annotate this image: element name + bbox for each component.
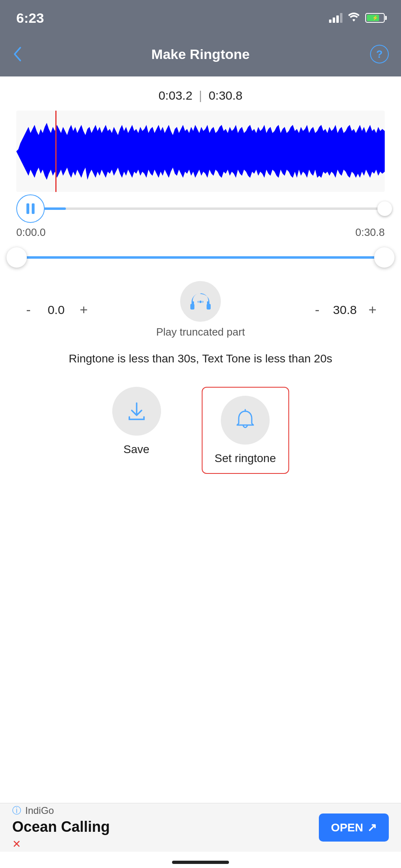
battery-icon: ⚡ <box>365 13 385 23</box>
info-text: Ringtone is less than 30s, Text Tone is … <box>16 351 385 366</box>
play-truncated-label: Play truncated part <box>156 326 245 338</box>
current-time: 0:03.2 <box>159 89 192 103</box>
save-action[interactable]: Save <box>112 387 161 474</box>
open-label: OPEN <box>331 821 363 834</box>
play-truncated-button[interactable] <box>180 281 221 322</box>
range-thumb-right[interactable] <box>374 247 394 268</box>
open-arrow: ↗ <box>367 821 377 834</box>
ad-brand: IndiGo <box>25 805 54 816</box>
left-minus-button[interactable]: - <box>20 302 37 318</box>
svg-point-2 <box>199 301 202 303</box>
play-pause-button[interactable] <box>16 194 45 223</box>
time-labels: 0:00.0 0:30.8 <box>16 226 385 239</box>
total-time: 0:30.8 <box>209 89 242 103</box>
save-icon-circle <box>112 387 161 436</box>
progress-track[interactable] <box>31 207 385 210</box>
right-plus-button[interactable]: + <box>364 302 381 318</box>
start-time-label: 0:00.0 <box>16 226 46 239</box>
home-indicator <box>172 861 229 864</box>
waveform[interactable]: // This will be rendered as static SVG b… <box>16 111 385 192</box>
wifi-icon <box>348 12 360 24</box>
svg-rect-0 <box>190 304 194 310</box>
right-value-display: 30.8 <box>333 303 357 317</box>
status-time: 6:23 <box>16 10 44 26</box>
ad-banner: ⓘ IndiGo Ocean Calling ✕ OPEN ↗ <box>0 803 401 852</box>
set-ringtone-label: Set ringtone <box>215 452 276 465</box>
range-slider[interactable] <box>16 245 385 270</box>
ad-content: ⓘ IndiGo Ocean Calling ✕ <box>12 805 110 851</box>
ad-title: Ocean Calling <box>12 818 110 835</box>
main-content: 0:03.2 | 0:30.8 // This will be rendered… <box>0 76 401 474</box>
ad-brand-row: ⓘ IndiGo <box>12 805 110 817</box>
time-divider: | <box>199 89 202 103</box>
status-icons: ⚡ <box>329 12 385 24</box>
set-ringtone-action[interactable]: Set ringtone <box>202 387 289 474</box>
pause-icon <box>26 203 35 214</box>
ad-close-button[interactable]: ✕ <box>12 838 110 851</box>
waveform-svg: // This will be rendered as static SVG b… <box>16 111 385 192</box>
progress-thumb[interactable] <box>377 201 392 216</box>
page-title: Make Ringtone <box>151 46 250 62</box>
ad-info-icon: ⓘ <box>12 805 21 817</box>
signal-icon <box>329 13 342 23</box>
right-minus-button[interactable]: - <box>309 302 325 318</box>
playback-row <box>16 194 385 223</box>
left-plus-button[interactable]: + <box>76 302 92 318</box>
set-ringtone-icon-circle <box>221 396 270 445</box>
playhead <box>55 111 57 192</box>
left-value-control: - 0.0 + <box>20 302 92 318</box>
svg-rect-1 <box>207 304 211 310</box>
back-button[interactable] <box>12 46 22 62</box>
help-button[interactable]: ? <box>370 45 389 63</box>
action-buttons: Save Set ringtone <box>16 387 385 474</box>
left-value-display: 0.0 <box>44 303 68 317</box>
range-track <box>16 256 385 259</box>
save-label: Save <box>124 443 150 456</box>
range-thumb-left[interactable] <box>7 247 27 268</box>
open-button[interactable]: OPEN ↗ <box>319 813 389 842</box>
right-value-control: - 30.8 + <box>309 302 381 318</box>
nav-bar: Make Ringtone ? <box>0 36 401 76</box>
time-display: 0:03.2 | 0:30.8 <box>16 89 385 103</box>
controls-row: - 0.0 + Play truncated part - <box>16 281 385 338</box>
status-bar: 6:23 ⚡ <box>0 0 401 36</box>
center-control: Play truncated part <box>156 281 245 338</box>
end-time-label: 0:30.8 <box>355 226 385 239</box>
